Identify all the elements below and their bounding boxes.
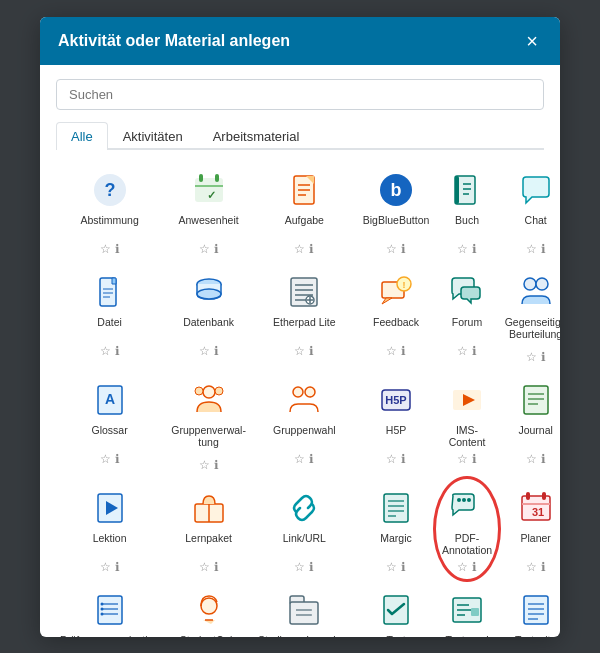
- search-input[interactable]: [56, 79, 544, 110]
- aufgabe-icon: [284, 170, 324, 210]
- textseite-icon: [516, 590, 556, 630]
- gruppenverw-icon: [189, 380, 229, 420]
- journal-star[interactable]: ☆: [526, 452, 537, 466]
- feedback-info[interactable]: ℹ: [401, 344, 406, 358]
- bigbluebutton-info[interactable]: ℹ: [401, 242, 406, 256]
- datei-icon: [90, 272, 130, 312]
- datenbank-star[interactable]: ☆: [199, 344, 210, 358]
- gruppenwahl-star[interactable]: ☆: [294, 452, 305, 466]
- chat-star[interactable]: ☆: [526, 242, 537, 256]
- item-datei[interactable]: Datei ☆ ℹ: [56, 264, 163, 368]
- aufgabe-star[interactable]: ☆: [294, 242, 305, 256]
- forum-label: Forum: [452, 316, 482, 342]
- item-aufgabe[interactable]: Aufgabe ☆ ℹ: [254, 162, 355, 260]
- link-info[interactable]: ℹ: [309, 560, 314, 574]
- item-forum[interactable]: Forum ☆ ℹ: [437, 264, 496, 368]
- item-link[interactable]: Link/URL ☆ ℹ: [254, 480, 355, 578]
- svg-point-52: [305, 387, 315, 397]
- datenbank-info[interactable]: ℹ: [214, 344, 219, 358]
- item-glossar[interactable]: A Glossar ☆ ℹ: [56, 372, 163, 476]
- pdf-info[interactable]: ℹ: [472, 560, 477, 574]
- item-chat[interactable]: Chat ☆ ℹ: [501, 162, 560, 260]
- item-pruefung[interactable]: Prüfungsorganisation ☆ ℹ: [56, 582, 163, 637]
- glossar-label: Glossar: [92, 424, 128, 450]
- gruppenwahl-info[interactable]: ℹ: [309, 452, 314, 466]
- svg-rect-67: [384, 494, 408, 522]
- ims-star[interactable]: ☆: [457, 452, 468, 466]
- item-h5p[interactable]: H5P H5P ☆ ℹ: [359, 372, 434, 476]
- anwesenheit-star[interactable]: ☆: [199, 242, 210, 256]
- gegenseitige-info[interactable]: ℹ: [541, 350, 546, 364]
- item-journal[interactable]: Journal ☆ ℹ: [501, 372, 560, 476]
- item-ims[interactable]: IMS-Content ☆ ℹ: [437, 372, 496, 476]
- abstimmung-star[interactable]: ☆: [100, 242, 111, 256]
- item-anwesenheit[interactable]: ✓ Anwesenheit ☆ ℹ: [167, 162, 250, 260]
- svg-point-48: [203, 386, 215, 398]
- etherpad-info[interactable]: ℹ: [309, 344, 314, 358]
- buch-info[interactable]: ℹ: [472, 242, 477, 256]
- lernpaket-info[interactable]: ℹ: [214, 560, 219, 574]
- lektion-info[interactable]: ℹ: [115, 560, 120, 574]
- item-abstimmung[interactable]: ? Abstimmung ☆ ℹ: [56, 162, 163, 260]
- item-test[interactable]: Test ☆ ℹ: [359, 582, 434, 637]
- planer-info[interactable]: ℹ: [541, 560, 546, 574]
- lernpaket-icon: [189, 488, 229, 528]
- tab-aktivitaeten[interactable]: Aktivitäten: [108, 122, 198, 150]
- item-textund[interactable]: Text- und Medienfeld ☆ ℹ: [437, 582, 496, 637]
- h5p-star[interactable]: ☆: [386, 452, 397, 466]
- item-gruppenwahl[interactable]: Gruppenwahl ☆ ℹ: [254, 372, 355, 476]
- item-feedback[interactable]: ! Feedback ☆ ℹ: [359, 264, 434, 368]
- anwesenheit-icon: ✓: [189, 170, 229, 210]
- modal-close-button[interactable]: ×: [522, 31, 542, 51]
- datei-info[interactable]: ℹ: [115, 344, 120, 358]
- item-studierenden[interactable]: Studierendenordner ☆ ℹ: [254, 582, 355, 637]
- aufgabe-info[interactable]: ℹ: [309, 242, 314, 256]
- lernpaket-label: Lernpaket: [185, 532, 232, 558]
- item-lektion[interactable]: Lektion ☆ ℹ: [56, 480, 163, 578]
- gruppenverw-star[interactable]: ☆: [199, 458, 210, 472]
- abstimmung-info[interactable]: ℹ: [115, 242, 120, 256]
- item-datenbank[interactable]: Datenbank ☆ ℹ: [167, 264, 250, 368]
- anwesenheit-info[interactable]: ℹ: [214, 242, 219, 256]
- feedback-star[interactable]: ☆: [386, 344, 397, 358]
- lektion-star[interactable]: ☆: [100, 560, 111, 574]
- forum-star[interactable]: ☆: [457, 344, 468, 358]
- forum-info[interactable]: ℹ: [472, 344, 477, 358]
- chat-info[interactable]: ℹ: [541, 242, 546, 256]
- journal-info[interactable]: ℹ: [541, 452, 546, 466]
- planer-star[interactable]: ☆: [526, 560, 537, 574]
- item-buch[interactable]: Buch ☆ ℹ: [437, 162, 496, 260]
- h5p-info[interactable]: ℹ: [401, 452, 406, 466]
- tab-arbeitsmaterial[interactable]: Arbeitsmaterial: [198, 122, 315, 150]
- item-gruppenverw[interactable]: Gruppenverwal­tung ☆ ℹ: [167, 372, 250, 476]
- etherpad-star[interactable]: ☆: [294, 344, 305, 358]
- tab-alle[interactable]: Alle: [56, 122, 108, 150]
- glossar-star[interactable]: ☆: [100, 452, 111, 466]
- glossar-info[interactable]: ℹ: [115, 452, 120, 466]
- item-lernpaket[interactable]: Lernpaket ☆ ℹ: [167, 480, 250, 578]
- pdf-star[interactable]: ☆: [457, 560, 468, 574]
- item-bigbluebutton[interactable]: b BigBlueButton ☆ ℹ: [359, 162, 434, 260]
- item-magic[interactable]: Margic ☆ ℹ: [359, 480, 434, 578]
- item-pdf[interactable]: PDF-Annotation ☆ ℹ: [437, 480, 496, 578]
- item-etherpad[interactable]: Etherpad Lite ☆ ℹ: [254, 264, 355, 368]
- bigbluebutton-star[interactable]: ☆: [386, 242, 397, 256]
- gegenseitige-actions: ☆ ℹ: [526, 350, 546, 364]
- buch-star[interactable]: ☆: [457, 242, 468, 256]
- svg-point-49: [215, 387, 223, 395]
- item-textseite[interactable]: Textseite ☆ ℹ: [501, 582, 560, 637]
- svg-marker-40: [382, 298, 392, 304]
- gegenseitige-star[interactable]: ☆: [526, 350, 537, 364]
- gruppenverw-info[interactable]: ℹ: [214, 458, 219, 472]
- item-studentquiz[interactable]: StudentQuiz ☆ ℹ: [167, 582, 250, 637]
- datei-star[interactable]: ☆: [100, 344, 111, 358]
- lernpaket-star[interactable]: ☆: [199, 560, 210, 574]
- magic-info[interactable]: ℹ: [401, 560, 406, 574]
- forum-icon: [447, 272, 487, 312]
- svg-point-74: [467, 498, 471, 502]
- magic-star[interactable]: ☆: [386, 560, 397, 574]
- item-planer[interactable]: 31 Planer ☆ ℹ: [501, 480, 560, 578]
- link-star[interactable]: ☆: [294, 560, 305, 574]
- item-gegenseitige[interactable]: Gegenseitige Beurteilung ☆ ℹ: [501, 264, 560, 368]
- ims-info[interactable]: ℹ: [472, 452, 477, 466]
